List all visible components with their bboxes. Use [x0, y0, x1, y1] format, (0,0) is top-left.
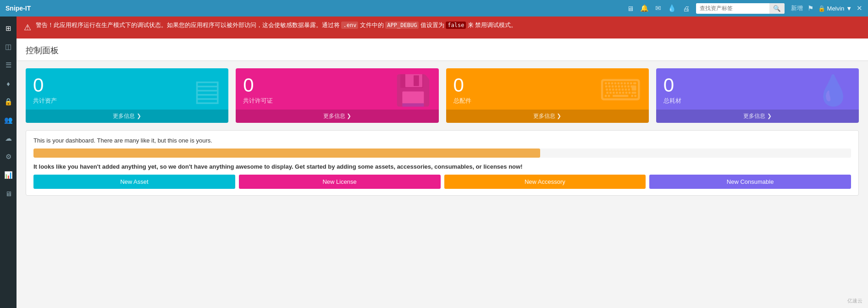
page-layout: ⊞ ◫ ☰ ♦ 🔒 👥 ☁ ⚙ 📊 🖥 ⚠ 警告！此应用程序运行在生产模式下的调… — [0, 16, 868, 308]
stats-row: 0 共计资产 ▤ 更多信息 ❯ 0 共计许可证 💾 更多信息 ❯ — [17, 61, 868, 130]
search-button[interactable]: 🔍 — [769, 3, 785, 14]
stat-licenses-info: 0 共计许可证 — [243, 76, 273, 105]
stat-accessories-info: 0 总配件 — [453, 76, 471, 105]
sidebar: ⊞ ◫ ☰ ♦ 🔒 👥 ☁ ⚙ 📊 🖥 — [0, 16, 17, 308]
bell-icon[interactable]: 🔔 — [640, 4, 649, 12]
flag-icon[interactable]: ⚑ — [807, 4, 813, 12]
consumable-icon: 💧 — [815, 76, 851, 105]
sidebar-item-security[interactable]: 🔒 — [0, 94, 17, 110]
user-menu[interactable]: 🔒 Melvin ▼ — [818, 5, 852, 12]
stat-assets-footer[interactable]: 更多信息 ❯ — [26, 110, 228, 123]
close-icon[interactable]: ✕ — [857, 4, 862, 12]
print-icon[interactable]: 🖨 — [683, 5, 690, 12]
stat-accessories-label: 总配件 — [453, 97, 471, 105]
stat-card-consumables-body: 0 总耗材 💧 — [656, 68, 859, 110]
new-asset-button[interactable]: New Asset — [33, 175, 235, 189]
new-consumable-button[interactable]: New Consumable — [649, 175, 851, 189]
droplet-icon[interactable]: 💧 — [668, 4, 676, 12]
envelope-icon[interactable]: ✉ — [655, 4, 661, 12]
stat-licenses-footer[interactable]: 更多信息 ❯ — [236, 110, 438, 123]
sidebar-item-users[interactable]: 👥 — [0, 112, 17, 128]
page-header: 控制面板 — [17, 38, 868, 61]
user-name: Melvin — [827, 5, 845, 12]
new-accessory-button[interactable]: New Accessory — [444, 175, 646, 189]
progress-bar-fill — [33, 148, 540, 158]
sidebar-item-display[interactable]: 🖥 — [0, 185, 17, 202]
bottom-credit: 亿速云 — [847, 297, 862, 304]
stat-licenses-label: 共计许可证 — [243, 97, 273, 105]
stat-accessories-number: 0 — [453, 76, 471, 95]
keyboard-icon: ⌨ — [599, 76, 641, 105]
stat-card-licenses-body: 0 共计许可证 💾 — [236, 68, 438, 110]
lock-icon: 🔒 — [818, 5, 825, 12]
sidebar-item-settings[interactable]: ⚙ — [0, 148, 17, 165]
topnav-actions: 新增 ⚑ 🔒 Melvin ▼ ✕ — [791, 4, 862, 12]
sidebar-item-list[interactable]: ☰ — [0, 57, 17, 73]
warning-icon: ⚠ — [24, 22, 31, 34]
stat-card-accessories-body: 0 总配件 ⌨ — [446, 68, 649, 110]
warning-banner: ⚠ 警告！此应用程序运行在生产模式下的调试状态。如果您的应用程序可以被外部访问，… — [17, 16, 868, 38]
chevron-down-icon: ▼ — [846, 5, 852, 12]
stat-card-consumables: 0 总耗材 💧 更多信息 ❯ — [656, 68, 859, 123]
stat-card-accessories: 0 总配件 ⌨ 更多信息 ❯ — [446, 68, 649, 123]
warning-text: 警告！此应用程序运行在生产模式下的调试状态。如果您的应用程序可以被外部访问，这会… — [36, 21, 517, 30]
main-content: ⚠ 警告！此应用程序运行在生产模式下的调试状态。如果您的应用程序可以被外部访问，… — [17, 16, 868, 308]
search-bar: 🔍 — [696, 3, 785, 14]
stat-assets-info: 0 共计资产 — [33, 76, 57, 105]
app-title: Snipe-IT — [6, 5, 31, 12]
stat-card-assets: 0 共计资产 ▤ 更多信息 ❯ — [26, 68, 228, 123]
stat-card-licenses: 0 共计许可证 💾 更多信息 ❯ — [236, 68, 438, 123]
search-input[interactable] — [696, 3, 769, 13]
progress-bar-container — [33, 148, 851, 158]
monitor-icon[interactable]: 🖥 — [627, 5, 634, 12]
action-buttons: New Asset New License New Accessory New … — [33, 175, 851, 189]
sidebar-item-accessories[interactable]: ♦ — [0, 75, 17, 92]
stat-consumables-number: 0 — [663, 76, 681, 95]
page-title: 控制面板 — [26, 46, 59, 55]
stat-card-assets-body: 0 共计资产 ▤ — [26, 68, 228, 110]
dashboard-message: This is your dashboard. There are many l… — [26, 130, 859, 196]
floppy-icon: 💾 — [395, 76, 431, 105]
sidebar-item-assets[interactable]: ◫ — [0, 38, 17, 55]
topnav-left: Snipe-IT — [6, 5, 31, 12]
stat-accessories-footer[interactable]: 更多信息 ❯ — [446, 110, 649, 123]
stat-consumables-info: 0 总耗材 — [663, 76, 681, 105]
stat-licenses-number: 0 — [243, 76, 273, 95]
sidebar-item-dashboard[interactable]: ⊞ — [0, 20, 17, 37]
stat-consumables-label: 总耗材 — [663, 97, 681, 105]
barcode-icon: ▤ — [194, 76, 221, 105]
env-code: .env — [341, 22, 358, 29]
topnav-right: 🖥 🔔 ✉ 💧 🖨 🔍 新增 ⚑ 🔒 Melvin ▼ ✕ — [627, 3, 862, 14]
debug-code: APP_DEBUG — [385, 22, 419, 29]
sidebar-item-cloud[interactable]: ☁ — [0, 130, 17, 147]
new-button[interactable]: 新增 — [791, 4, 803, 12]
sidebar-item-reports[interactable]: 📊 — [0, 167, 17, 183]
stat-consumables-footer[interactable]: 更多信息 ❯ — [656, 110, 859, 123]
false-code: false — [446, 22, 466, 29]
stat-assets-number: 0 — [33, 76, 57, 95]
new-license-button[interactable]: New License — [239, 175, 441, 189]
topnav-icons: 🖥 🔔 ✉ 💧 🖨 — [627, 4, 690, 12]
stat-assets-label: 共计资产 — [33, 97, 57, 105]
info-text: It looks like you haven't added anything… — [33, 163, 851, 170]
welcome-text: This is your dashboard. There are many l… — [33, 137, 851, 144]
top-navigation: Snipe-IT 🖥 🔔 ✉ 💧 🖨 🔍 新增 ⚑ 🔒 Melvin ▼ ✕ — [0, 0, 868, 16]
